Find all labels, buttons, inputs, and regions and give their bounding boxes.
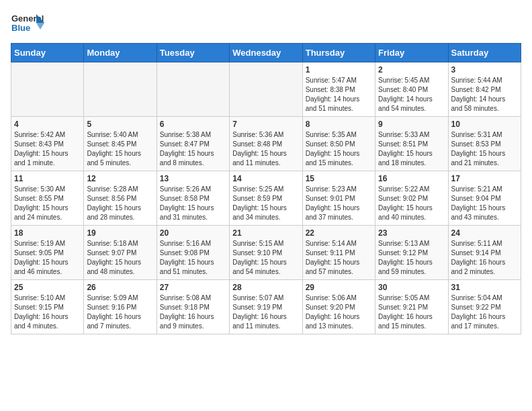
day-info: Sunrise: 5:45 AMSunset: 8:40 PMDaylight:… — [378, 76, 445, 113]
day-cell: 21Sunrise: 5:15 AMSunset: 9:10 PMDayligh… — [230, 226, 302, 280]
week-row-1: 1Sunrise: 5:47 AMSunset: 8:38 PMDaylight… — [11, 62, 521, 117]
day-info: Sunrise: 5:36 AMSunset: 8:48 PMDaylight:… — [232, 130, 299, 168]
day-cell: 10Sunrise: 5:31 AMSunset: 8:53 PMDayligh… — [448, 117, 521, 171]
day-number: 18 — [14, 228, 81, 238]
day-info: Sunrise: 5:19 AMSunset: 9:05 PMDaylight:… — [14, 239, 81, 277]
day-number: 11 — [14, 174, 81, 183]
day-cell: 29Sunrise: 5:06 AMSunset: 9:20 PMDayligh… — [302, 280, 375, 334]
day-cell: 18Sunrise: 5:19 AMSunset: 9:05 PMDayligh… — [11, 226, 84, 280]
day-info: Sunrise: 5:14 AMSunset: 9:11 PMDaylight:… — [306, 239, 372, 277]
day-cell — [84, 62, 157, 117]
day-cell: 17Sunrise: 5:21 AMSunset: 9:04 PMDayligh… — [448, 171, 521, 226]
day-info: Sunrise: 5:47 AMSunset: 8:38 PMDaylight:… — [306, 76, 372, 113]
day-number: 27 — [160, 283, 226, 292]
day-info: Sunrise: 5:31 AMSunset: 8:53 PMDaylight:… — [451, 130, 518, 168]
day-number: 21 — [232, 228, 299, 238]
day-cell — [157, 62, 229, 117]
day-cell: 15Sunrise: 5:23 AMSunset: 9:01 PMDayligh… — [302, 171, 375, 226]
day-number: 17 — [451, 174, 518, 183]
day-cell: 4Sunrise: 5:42 AMSunset: 8:43 PMDaylight… — [11, 117, 84, 171]
calendar-table: SundayMondayTuesdayWednesdayThursdayFrid… — [11, 43, 521, 334]
day-cell — [11, 62, 84, 117]
svg-marker-3 — [36, 23, 44, 30]
page-header: General Blue — [11, 11, 521, 38]
day-cell: 11Sunrise: 5:30 AMSunset: 8:55 PMDayligh… — [11, 171, 84, 226]
day-cell: 27Sunrise: 5:08 AMSunset: 9:18 PMDayligh… — [157, 280, 229, 334]
day-cell: 9Sunrise: 5:33 AMSunset: 8:51 PMDaylight… — [375, 117, 448, 171]
day-cell: 31Sunrise: 5:04 AMSunset: 9:22 PMDayligh… — [448, 280, 521, 334]
day-info: Sunrise: 5:11 AMSunset: 9:14 PMDaylight:… — [451, 239, 518, 277]
col-header-wednesday: Wednesday — [230, 44, 302, 62]
day-number: 16 — [378, 174, 445, 183]
day-info: Sunrise: 5:25 AMSunset: 8:59 PMDaylight:… — [232, 185, 299, 222]
day-info: Sunrise: 5:04 AMSunset: 9:22 PMDaylight:… — [451, 293, 518, 331]
col-header-monday: Monday — [84, 44, 157, 62]
day-info: Sunrise: 5:22 AMSunset: 9:02 PMDaylight:… — [378, 185, 445, 222]
day-cell: 26Sunrise: 5:09 AMSunset: 9:16 PMDayligh… — [84, 280, 157, 334]
day-number: 31 — [451, 283, 518, 292]
day-number: 22 — [306, 228, 372, 238]
day-cell: 12Sunrise: 5:28 AMSunset: 8:56 PMDayligh… — [84, 171, 157, 226]
day-cell: 19Sunrise: 5:18 AMSunset: 9:07 PMDayligh… — [84, 226, 157, 280]
calendar-header-row: SundayMondayTuesdayWednesdayThursdayFrid… — [11, 44, 521, 62]
week-row-5: 25Sunrise: 5:10 AMSunset: 9:15 PMDayligh… — [11, 280, 521, 334]
day-number: 28 — [232, 283, 299, 292]
day-info: Sunrise: 5:33 AMSunset: 8:51 PMDaylight:… — [378, 130, 445, 168]
day-number: 29 — [306, 283, 372, 292]
day-number: 15 — [306, 174, 372, 183]
day-info: Sunrise: 5:30 AMSunset: 8:55 PMDaylight:… — [14, 185, 81, 222]
col-header-thursday: Thursday — [302, 44, 375, 62]
day-cell: 22Sunrise: 5:14 AMSunset: 9:11 PMDayligh… — [302, 226, 375, 280]
day-info: Sunrise: 5:40 AMSunset: 8:45 PMDaylight:… — [87, 130, 153, 168]
day-number: 20 — [160, 228, 226, 238]
day-cell: 14Sunrise: 5:25 AMSunset: 8:59 PMDayligh… — [230, 171, 302, 226]
day-info: Sunrise: 5:16 AMSunset: 9:08 PMDaylight:… — [160, 239, 226, 277]
day-number: 10 — [451, 120, 518, 129]
day-info: Sunrise: 5:08 AMSunset: 9:18 PMDaylight:… — [160, 293, 226, 331]
week-row-4: 18Sunrise: 5:19 AMSunset: 9:05 PMDayligh… — [11, 226, 521, 280]
col-header-tuesday: Tuesday — [157, 44, 229, 62]
day-number: 3 — [451, 65, 518, 75]
day-info: Sunrise: 5:42 AMSunset: 8:43 PMDaylight:… — [14, 130, 81, 168]
day-info: Sunrise: 5:06 AMSunset: 9:20 PMDaylight:… — [306, 293, 372, 331]
day-number: 7 — [232, 120, 299, 129]
day-cell: 24Sunrise: 5:11 AMSunset: 9:14 PMDayligh… — [448, 226, 521, 280]
day-info: Sunrise: 5:13 AMSunset: 9:12 PMDaylight:… — [378, 239, 445, 277]
day-cell: 1Sunrise: 5:47 AMSunset: 8:38 PMDaylight… — [302, 62, 375, 117]
day-number: 1 — [306, 65, 372, 75]
day-info: Sunrise: 5:10 AMSunset: 9:15 PMDaylight:… — [14, 293, 81, 331]
svg-text:Blue: Blue — [11, 23, 30, 33]
col-header-saturday: Saturday — [448, 44, 521, 62]
day-cell: 7Sunrise: 5:36 AMSunset: 8:48 PMDaylight… — [230, 117, 302, 171]
day-number: 5 — [87, 120, 153, 129]
day-info: Sunrise: 5:28 AMSunset: 8:56 PMDaylight:… — [87, 185, 153, 222]
day-cell: 16Sunrise: 5:22 AMSunset: 9:02 PMDayligh… — [375, 171, 448, 226]
day-number: 24 — [451, 228, 518, 238]
logo-icon: General Blue — [11, 11, 44, 38]
day-info: Sunrise: 5:26 AMSunset: 8:58 PMDaylight:… — [160, 185, 226, 222]
day-number: 25 — [14, 283, 81, 292]
day-cell: 6Sunrise: 5:38 AMSunset: 8:47 PMDaylight… — [157, 117, 229, 171]
day-number: 12 — [87, 174, 153, 183]
day-cell: 2Sunrise: 5:45 AMSunset: 8:40 PMDaylight… — [375, 62, 448, 117]
day-number: 6 — [160, 120, 226, 129]
day-info: Sunrise: 5:09 AMSunset: 9:16 PMDaylight:… — [87, 293, 153, 331]
day-info: Sunrise: 5:05 AMSunset: 9:21 PMDaylight:… — [378, 293, 445, 331]
day-cell: 5Sunrise: 5:40 AMSunset: 8:45 PMDaylight… — [84, 117, 157, 171]
col-header-friday: Friday — [375, 44, 448, 62]
day-info: Sunrise: 5:21 AMSunset: 9:04 PMDaylight:… — [451, 185, 518, 222]
week-row-3: 11Sunrise: 5:30 AMSunset: 8:55 PMDayligh… — [11, 171, 521, 226]
day-info: Sunrise: 5:38 AMSunset: 8:47 PMDaylight:… — [160, 130, 226, 168]
day-number: 30 — [378, 283, 445, 292]
day-cell: 8Sunrise: 5:35 AMSunset: 8:50 PMDaylight… — [302, 117, 375, 171]
day-number: 4 — [14, 120, 81, 129]
day-number: 2 — [378, 65, 445, 75]
day-cell: 23Sunrise: 5:13 AMSunset: 9:12 PMDayligh… — [375, 226, 448, 280]
day-info: Sunrise: 5:44 AMSunset: 8:42 PMDaylight:… — [451, 76, 518, 113]
day-number: 8 — [306, 120, 372, 129]
day-number: 23 — [378, 228, 445, 238]
day-cell: 28Sunrise: 5:07 AMSunset: 9:19 PMDayligh… — [230, 280, 302, 334]
day-number: 9 — [378, 120, 445, 129]
day-cell: 3Sunrise: 5:44 AMSunset: 8:42 PMDaylight… — [448, 62, 521, 117]
day-cell: 13Sunrise: 5:26 AMSunset: 8:58 PMDayligh… — [157, 171, 229, 226]
